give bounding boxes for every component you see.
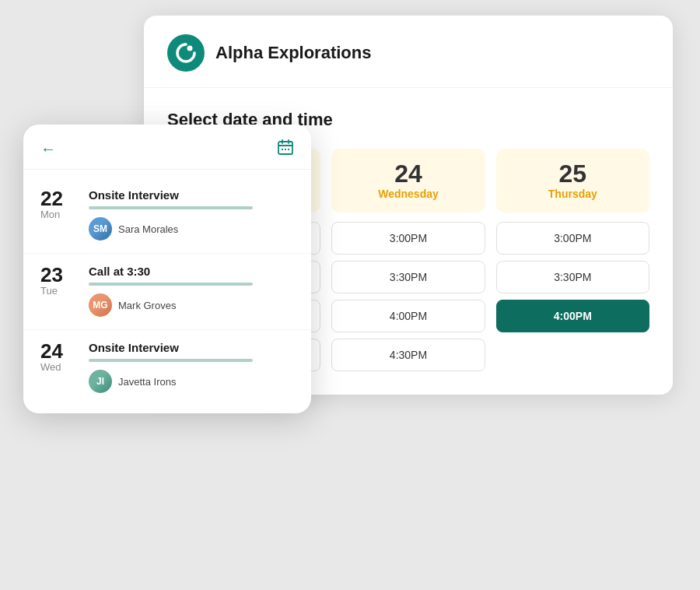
svg-rect-1 <box>278 142 292 154</box>
time-slot-thu-330[interactable]: 3:30PM <box>496 261 649 293</box>
event-date-3: 24 Wed <box>40 341 75 373</box>
time-slot-wed-330[interactable]: 3:30PM <box>331 261 485 293</box>
company-logo <box>167 34 205 72</box>
time-slot-wed-430[interactable]: 4:30PM <box>331 339 485 371</box>
day-number-24: 24 <box>342 161 474 186</box>
event-day-num-1: 22 <box>40 188 75 209</box>
event-details-2: Call at 3:30 MG Mark Groves <box>89 265 294 317</box>
day-name-thursday: Thursday <box>507 188 639 200</box>
event-person-2: MG Mark Groves <box>89 293 294 317</box>
time-slot-wed-400[interactable]: 4:00PM <box>331 300 485 332</box>
company-name: Alpha Explorations <box>215 43 371 63</box>
event-bar-3 <box>89 359 253 362</box>
event-item-1: 22 Mon Onsite Interview SM Sara Morales <box>23 177 311 254</box>
event-date-1: 22 Mon <box>40 188 75 220</box>
day-header-wednesday: 24 Wednesday <box>331 149 485 212</box>
svg-rect-4 <box>288 149 289 150</box>
event-person-1: SM Sara Morales <box>89 217 294 241</box>
day-name-wednesday: Wednesday <box>342 188 474 200</box>
calendar-icon-button[interactable] <box>277 139 294 160</box>
event-day-name-3: Wed <box>40 361 75 373</box>
calendar-list-card: ← 22 Mon Onsite Interview <box>23 125 311 413</box>
avatar-mark: MG <box>89 293 112 317</box>
event-day-num-2: 23 <box>40 265 75 285</box>
event-person-3: JI Javetta Irons <box>89 370 294 393</box>
person-name-1: Sara Morales <box>118 223 178 235</box>
day-column-thursday: 25 Thursday 3:00PM 3:30PM 4:00PM <box>496 149 649 371</box>
event-list: 22 Mon Onsite Interview SM Sara Morales … <box>23 170 311 413</box>
time-slot-thu-400[interactable]: 4:00PM <box>496 300 649 332</box>
svg-rect-3 <box>285 149 286 150</box>
person-name-3: Javetta Irons <box>118 376 176 388</box>
event-day-name-2: Tue <box>40 285 75 297</box>
event-title-1: Onsite Interview <box>89 188 294 202</box>
event-title-2: Call at 3:30 <box>89 265 294 278</box>
event-bar-2 <box>89 283 253 286</box>
event-item-2: 23 Tue Call at 3:30 MG Mark Groves <box>23 254 311 330</box>
event-date-2: 23 Tue <box>40 265 75 297</box>
event-day-num-3: 24 <box>40 341 75 361</box>
event-title-3: Onsite Interview <box>89 341 294 354</box>
event-day-name-1: Mon <box>40 209 75 220</box>
day-number-25: 25 <box>507 161 639 186</box>
person-name-2: Mark Groves <box>118 300 176 311</box>
event-bar-1 <box>89 206 253 209</box>
scheduling-header: Alpha Explorations <box>144 16 673 88</box>
event-details-3: Onsite Interview JI Javetta Irons <box>89 341 294 393</box>
card-top-bar: ← <box>23 125 311 170</box>
event-item-3: 24 Wed Onsite Interview JI Javetta Irons <box>23 330 311 406</box>
avatar-sara: SM <box>89 217 112 241</box>
day-header-thursday: 25 Thursday <box>496 149 649 212</box>
event-details-1: Onsite Interview SM Sara Morales <box>89 188 294 241</box>
svg-point-0 <box>187 46 193 51</box>
time-slot-thu-300[interactable]: 3:00PM <box>496 222 649 255</box>
svg-rect-2 <box>282 149 283 150</box>
avatar-javetta: JI <box>89 370 112 393</box>
time-slot-wed-300[interactable]: 3:00PM <box>331 222 485 255</box>
day-column-wednesday: 24 Wednesday 3:00PM 3:30PM 4:00PM 4:30PM <box>331 149 485 371</box>
back-button[interactable]: ← <box>40 140 56 158</box>
